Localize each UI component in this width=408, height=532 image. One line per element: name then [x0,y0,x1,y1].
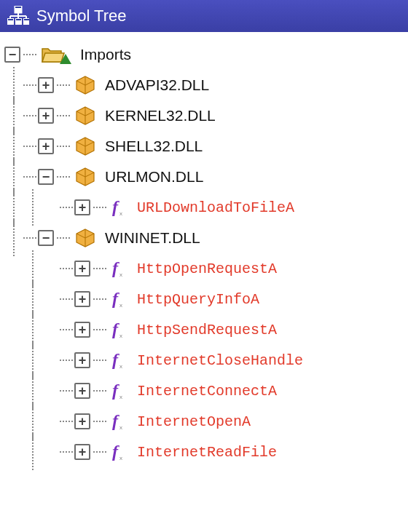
svg-text:f: f [112,381,119,400]
tree-node-imports[interactable]: − Imports [4,39,408,70]
tree-connector [57,176,70,178]
tree-line [4,253,23,284]
expand-toggle[interactable]: + [74,322,90,338]
tree-connector [93,451,106,453]
package-icon [74,75,96,95]
function-icon: fx [111,320,128,339]
expand-toggle[interactable]: + [74,291,90,307]
tree-node-function[interactable]: + fx InternetReadFile [4,437,408,467]
tree-node-dll[interactable]: + ADVAPI32.DLL [4,70,408,100]
svg-rect-11 [16,19,21,20]
svg-text:x: x [119,455,122,461]
tree-node-dll[interactable]: − URLMON.DLL [4,162,408,192]
tree-node-function[interactable]: + fx URLDownloadToFileA [4,192,408,223]
collapse-toggle[interactable]: − [38,230,54,246]
tree-line [23,284,60,314]
tree-line [4,406,23,437]
tree-node-label: ADVAPI32.DLL [105,76,209,94]
tree-node-function[interactable]: + fx InternetConnectA [4,376,408,406]
collapse-toggle[interactable]: − [4,47,20,63]
svg-text:f: f [112,412,119,430]
tree-line [23,345,60,376]
tree-node-label: HttpSendRequestA [137,322,277,338]
tree-connector [60,298,73,300]
expand-toggle[interactable]: + [74,383,90,399]
tree-connector [23,176,36,178]
svg-text:f: f [112,290,119,308]
tree-line [4,192,23,223]
tree-connector [23,84,36,86]
tree-line [23,406,60,437]
expand-toggle[interactable]: + [74,413,90,429]
tree-connector [93,390,106,392]
package-icon [74,167,96,187]
tree-line [4,284,23,314]
tree-node-function[interactable]: + fx HttpOpenRequestA [4,253,408,284]
expand-toggle[interactable]: + [74,261,90,277]
tree-connector [60,390,73,392]
tree-connector [23,237,36,239]
tree-connector [93,421,106,422]
svg-text:x: x [119,333,122,339]
tree-node-function[interactable]: + fx InternetOpenA [4,406,408,437]
function-icon: fx [111,259,128,278]
tree-node-label: WININET.DLL [105,229,200,247]
svg-marker-13 [60,54,71,64]
tree-connector [60,207,73,208]
tree-node-dll[interactable]: + SHELL32.DLL [4,131,408,162]
tree-connector [93,329,106,330]
svg-rect-1 [15,7,21,8]
svg-text:f: f [112,442,119,461]
tree-line [23,253,60,284]
tree-node-dll[interactable]: + KERNEL32.DLL [4,100,408,131]
tree-connector [60,421,73,422]
tree-connector [23,54,36,55]
tree-node-label: SHELL32.DLL [105,138,203,155]
tree-line [4,223,23,253]
tree-node-function[interactable]: + fx HttpQueryInfoA [4,284,408,314]
expand-toggle[interactable]: + [38,108,54,124]
tree-node-label: InternetOpenA [137,413,251,430]
window-titlebar: Symbol Tree [0,0,408,32]
tree-line [23,192,60,223]
tree-connector [60,329,73,330]
function-icon: fx [111,381,128,400]
tree-connector [57,84,70,86]
expand-toggle[interactable]: + [74,199,90,215]
tree-connector [60,268,73,269]
svg-rect-12 [24,19,29,20]
expand-toggle[interactable]: + [38,138,54,154]
tree-node-label: InternetCloseHandle [137,352,303,369]
window-title: Symbol Tree [36,7,127,25]
tree-line [4,70,23,100]
symbol-tree-icon [7,6,29,26]
tree-connector [57,115,70,116]
svg-text:f: f [112,320,119,338]
expand-toggle[interactable]: + [74,352,90,368]
tree-connector [60,451,73,453]
tree-connector [93,298,106,300]
tree-node-label: URLMON.DLL [105,168,203,186]
tree-connector [23,146,36,147]
expand-toggle[interactable]: + [74,444,90,460]
tree-line [4,100,23,131]
tree-node-label: KERNEL32.DLL [105,107,216,124]
svg-text:f: f [112,351,119,369]
function-icon: fx [111,412,128,431]
overlay-triangle-icon [60,54,71,64]
tree-connector [93,207,106,208]
function-icon: fx [111,290,128,309]
expand-toggle[interactable]: + [38,77,54,93]
symbol-tree: − Imports + ADVAPI32.DLL + KERNE [0,32,408,467]
tree-node-label: InternetReadFile [137,444,277,461]
tree-node-function[interactable]: + fx HttpSendRequestA [4,314,408,345]
tree-line [4,376,23,406]
tree-node-dll[interactable]: − WININET.DLL [4,223,408,253]
tree-line [23,314,60,345]
tree-node-label: URLDownloadToFileA [137,199,294,216]
tree-node-label: HttpOpenRequestA [137,261,277,277]
svg-text:f: f [112,198,119,216]
collapse-toggle[interactable]: − [38,169,54,185]
package-icon [74,136,96,156]
tree-node-function[interactable]: + fx InternetCloseHandle [4,345,408,376]
